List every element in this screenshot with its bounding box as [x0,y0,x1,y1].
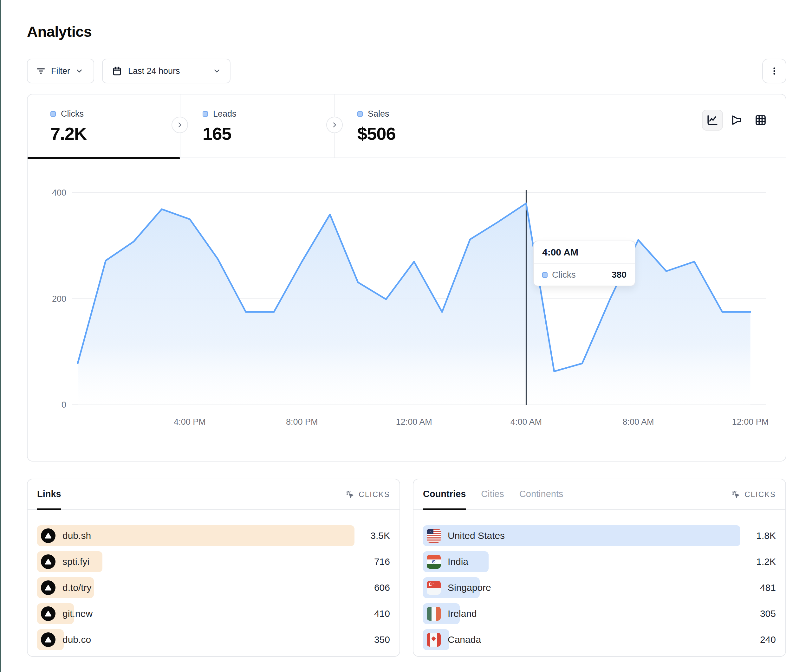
leads-legend-swatch [203,111,208,117]
tab-countries-label: Countries [423,489,466,499]
stat-value: 165 [203,123,334,144]
country-row[interactable]: Singapore 481 [423,577,776,598]
expand-sales-button[interactable] [326,117,343,133]
country-label: Ireland [448,608,477,619]
tab-sales[interactable]: Sales $506 [334,94,493,158]
link-label: git.new [63,608,92,619]
country-row[interactable]: United States 1.8K [423,525,776,546]
stat-value: 7.2K [50,123,180,144]
svg-text:400: 400 [52,188,66,198]
svg-text:200: 200 [52,294,66,304]
chevron-down-icon [75,67,84,75]
country-label: Singapore [448,582,491,593]
link-label: dub.co [63,634,91,645]
chevron-right-icon [331,121,338,128]
tooltip-time: 4:00 AM [534,241,635,264]
link-row[interactable]: git.new 410 [37,603,390,624]
clicks-time-series-chart[interactable]: 02004004:00 PM8:00 PM12:00 AM4:00 AM8:00… [27,178,786,432]
expand-leads-button[interactable] [172,117,188,133]
country-clicks-value: 1.8K [740,530,776,541]
link-row[interactable]: spti.fyi 716 [37,551,390,572]
links-metric-selector[interactable]: CLICKS [345,479,390,509]
svg-text:12:00 AM: 12:00 AM [396,417,432,426]
countries-list: United States 1.8K India 1.2K [413,510,785,650]
dub-logo-icon [41,580,55,595]
tab-countries[interactable]: Countries [423,479,466,510]
cursor-click-icon [731,490,741,499]
country-clicks-value: 481 [740,582,776,593]
link-label: spti.fyi [63,556,89,567]
tab-links-label: Links [37,489,61,499]
tab-continents-label: Continents [519,489,563,499]
ireland-flag-icon [427,607,441,621]
stats-tabs-row: Clicks 7.2K Leads 165 [27,94,786,158]
link-row[interactable]: dub.sh 3.5K [37,525,390,546]
dub-logo-icon [41,633,55,647]
country-row[interactable]: Canada 240 [423,629,776,650]
funnel-chart-view-button[interactable] [726,110,747,131]
canada-flag-icon [427,633,441,646]
stat-label: Leads [213,109,237,119]
link-clicks-value: 606 [355,582,390,593]
analytics-page: Analytics Filter Last 24 hours Cl [0,0,812,672]
links-list: dub.sh 3.5K spti.fyi 716 [27,510,399,650]
tab-links[interactable]: Links [37,479,61,510]
svg-text:4:00 PM: 4:00 PM [174,417,206,426]
page-title: Analytics [27,23,92,40]
tab-clicks[interactable]: Clicks 7.2K [27,94,180,158]
country-label: India [448,556,468,567]
svg-text:8:00 PM: 8:00 PM [286,417,318,426]
tab-cities-label: Cities [481,489,504,499]
stat-value: $506 [357,123,493,144]
stat-label: Sales [368,109,389,119]
svg-text:0: 0 [61,400,66,409]
link-label: dub.sh [63,530,91,541]
dub-logo-icon [41,606,55,621]
window-edge-accent [0,0,1,672]
kebab-menu-icon [769,66,779,76]
sales-legend-swatch [357,111,363,117]
line-chart-icon [705,113,720,127]
active-tab-underline [27,157,180,159]
svg-text:8:00 AM: 8:00 AM [623,417,654,426]
metric-label: CLICKS [744,490,776,499]
country-clicks-value: 1.2K [740,556,776,567]
svg-text:4:00 AM: 4:00 AM [510,417,542,426]
country-row[interactable]: Ireland 305 [423,603,776,624]
link-clicks-value: 716 [355,556,390,567]
link-row[interactable]: dub.co 350 [37,629,390,650]
stat-label: Clicks [61,109,84,119]
link-row[interactable]: d.to/try 606 [37,577,390,598]
tooltip-series-value: 380 [612,270,626,280]
tab-cities[interactable]: Cities [481,479,504,510]
india-flag-icon [427,555,441,569]
chart-tooltip: 4:00 AM Clicks 380 [533,240,635,286]
date-range-label: Last 24 hours [128,66,180,76]
metric-label: CLICKS [358,490,390,499]
table-grid-icon [754,113,767,127]
dub-logo-icon [41,529,55,543]
line-chart-view-button[interactable] [702,110,723,131]
tooltip-series-swatch [542,272,548,278]
table-view-button[interactable] [750,110,771,131]
country-clicks-value: 305 [740,608,776,619]
filter-lines-icon [36,66,46,76]
links-panel: Links CLICKS dub.sh 3.5K [27,479,400,657]
country-row[interactable]: India 1.2K [423,551,776,572]
filter-button[interactable]: Filter [27,59,94,84]
dub-logo-icon [41,554,55,569]
singapore-flag-icon [427,581,441,595]
countries-metric-selector[interactable]: CLICKS [731,479,776,509]
country-label: United States [448,530,505,541]
area-chart-canvas: 02004004:00 PM8:00 PM12:00 AM4:00 AM8:00… [27,178,786,432]
link-clicks-value: 350 [355,634,390,645]
tab-leads[interactable]: Leads 165 [180,94,334,158]
link-clicks-value: 3.5K [355,530,390,541]
more-options-button[interactable] [762,59,786,84]
cursor-click-icon [345,490,355,499]
link-label: d.to/try [63,582,92,593]
tooltip-series-name: Clicks [552,270,576,280]
funnel-chart-icon [730,113,744,127]
tab-continents[interactable]: Continents [519,479,563,510]
date-range-button[interactable]: Last 24 hours [102,59,230,84]
